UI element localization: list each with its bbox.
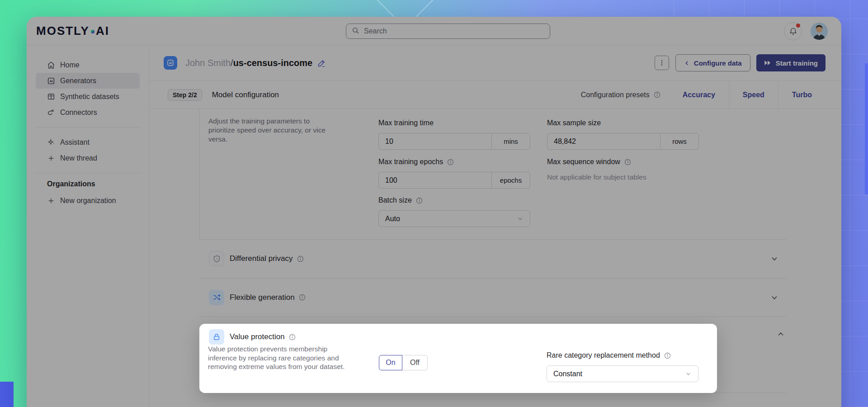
- info-icon[interactable]: [664, 352, 671, 360]
- notifications-button[interactable]: [784, 22, 802, 40]
- sidebar-label-synthetic-datasets: Synthetic datasets: [60, 93, 119, 101]
- generator-type-icon: AI: [164, 56, 177, 70]
- training-parameters-description: Adjust the training parameters to priori…: [208, 117, 337, 144]
- info-icon[interactable]: [415, 197, 423, 204]
- info-icon[interactable]: [297, 255, 304, 263]
- rare-category-method-value: Constant: [553, 370, 582, 378]
- section-divider: [199, 317, 786, 317]
- app-window: MOSTLY AI: [27, 17, 841, 407]
- sidebar-item-assistant[interactable]: Assistant: [36, 134, 140, 150]
- generator-header: AI John Smith/us-census-income Configure…: [149, 45, 841, 81]
- sidebar-item-new-organization[interactable]: New organization: [36, 193, 140, 208]
- generators-icon: AI: [47, 77, 55, 85]
- sidebar-item-new-thread[interactable]: New thread: [36, 150, 140, 166]
- max-training-time-input[interactable]: [378, 133, 491, 150]
- max-sequence-window-label: Max sequence window: [547, 158, 632, 166]
- synthetic-datasets-icon: [47, 93, 55, 101]
- more-actions-button[interactable]: [655, 56, 669, 70]
- search-box[interactable]: [346, 24, 550, 39]
- step-bar: Step 2/2 Model configuration Configurati…: [149, 81, 841, 109]
- preset-speed[interactable]: Speed: [729, 81, 778, 109]
- configuration-presets: Configuration presets Accuracy Speed Tur…: [581, 81, 826, 109]
- top-bar: MOSTLY AI: [27, 17, 841, 45]
- edit-name-button[interactable]: [317, 58, 326, 68]
- info-icon[interactable]: [624, 158, 632, 166]
- assistant-icon: [47, 138, 55, 147]
- sidebar-item-generators[interactable]: AI Generators: [36, 73, 140, 89]
- sidebar-item-home[interactable]: Home: [36, 57, 140, 73]
- background-edge-bar-decor: [865, 63, 868, 194]
- info-icon[interactable]: [298, 293, 306, 301]
- step-title: Model configuration: [212, 90, 279, 99]
- value-protection-toggle: On Off: [379, 355, 428, 370]
- sidebar-divider: [35, 127, 141, 128]
- expand-flexible-generation-button[interactable]: [770, 293, 779, 302]
- toggle-off-button[interactable]: Off: [402, 355, 428, 370]
- batch-size-label: Batch size: [378, 196, 423, 204]
- rare-category-method-select[interactable]: Constant: [547, 365, 698, 382]
- svg-text:AI: AI: [169, 62, 172, 65]
- organizations-heading: Organizations: [36, 180, 140, 188]
- chevron-down-icon: [517, 215, 524, 222]
- project-name: us-census-income: [233, 58, 313, 68]
- differential-privacy-section[interactable]: ε Differential privacy: [199, 239, 786, 278]
- max-training-time-unit: mins: [491, 133, 530, 150]
- presets-label: Configuration presets: [581, 91, 650, 99]
- value-protection-section: Value protection Value protection preven…: [199, 324, 717, 393]
- toggle-on-button[interactable]: On: [379, 355, 402, 370]
- max-sample-size-label: Max sample size: [547, 119, 601, 127]
- chevron-up-icon: [776, 330, 785, 339]
- sidebar-label-home: Home: [60, 61, 80, 69]
- preset-turbo[interactable]: Turbo: [778, 81, 826, 109]
- logo-text-left: MOSTLY: [36, 24, 90, 38]
- lock-icon: [209, 329, 224, 345]
- logo-text-right: AI: [96, 24, 109, 38]
- sidebar-item-connectors[interactable]: Connectors: [36, 104, 140, 120]
- rare-category-method-label: Rare category replacement method: [547, 351, 671, 360]
- sidebar-label-connectors: Connectors: [60, 109, 97, 117]
- chevron-down-icon: [770, 254, 779, 263]
- max-training-epochs-label: Max training epochs: [378, 158, 454, 166]
- batch-size-select[interactable]: Auto: [378, 210, 530, 227]
- expand-differential-privacy-button[interactable]: [770, 254, 779, 263]
- bell-icon: [789, 27, 797, 36]
- mostly-ai-logo[interactable]: MOSTLY AI: [36, 24, 109, 38]
- info-icon[interactable]: [288, 333, 296, 341]
- user-avatar[interactable]: [811, 23, 828, 40]
- collapse-value-protection-button[interactable]: [776, 330, 785, 341]
- max-sample-size-unit: rows: [660, 133, 699, 150]
- avatar-image: [811, 23, 828, 40]
- plus-icon: [47, 154, 55, 162]
- sidebar-label-new-organization: New organization: [60, 197, 116, 205]
- chevron-down-icon: [770, 293, 779, 302]
- notification-badge: [796, 24, 800, 28]
- info-icon[interactable]: [447, 158, 454, 166]
- svg-text:ε: ε: [216, 257, 217, 260]
- value-protection-description: Value protection prevents membership inf…: [208, 345, 348, 371]
- max-training-epochs-unit: epochs: [491, 172, 530, 189]
- step-badge: Step 2/2: [168, 89, 202, 101]
- search-input[interactable]: [364, 27, 544, 35]
- max-sample-size-field: rows: [547, 133, 699, 150]
- max-training-time-field: mins: [378, 133, 530, 150]
- training-parameters-section: Adjust the training parameters to priori…: [199, 109, 786, 240]
- sidebar-label-assistant: Assistant: [60, 138, 90, 147]
- batch-size-value: Auto: [385, 215, 400, 223]
- search-icon: [352, 27, 359, 36]
- max-training-epochs-input[interactable]: [378, 172, 491, 189]
- info-icon[interactable]: [653, 91, 661, 99]
- flexible-generation-section[interactable]: Flexible generation: [199, 278, 786, 317]
- configure-data-label: Configure data: [694, 59, 742, 67]
- sidebar: Home AI Generators Synthetic datasets Co…: [27, 45, 149, 407]
- model-configuration-content: Adjust the training parameters to priori…: [149, 109, 841, 407]
- max-sample-size-input[interactable]: [547, 133, 660, 150]
- shuffle-icon: [209, 290, 224, 305]
- differential-privacy-title: Differential privacy: [230, 254, 304, 263]
- flexible-generation-title: Flexible generation: [230, 293, 306, 302]
- configure-data-button[interactable]: Configure data: [675, 54, 750, 71]
- logo-dot-icon: [91, 30, 94, 33]
- background-corner-decor: [0, 382, 14, 407]
- preset-accuracy[interactable]: Accuracy: [669, 81, 729, 109]
- start-training-button[interactable]: Start training: [756, 54, 826, 71]
- sidebar-item-synthetic-datasets[interactable]: Synthetic datasets: [36, 89, 140, 104]
